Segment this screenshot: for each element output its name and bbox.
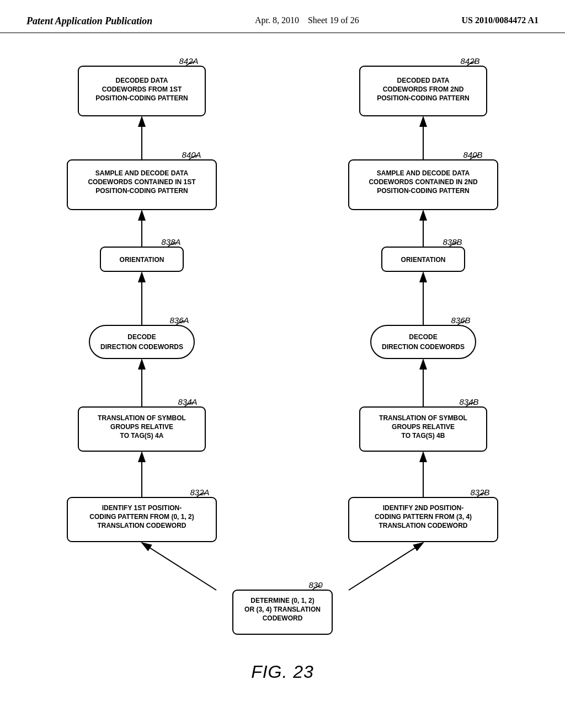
svg-rect-17 — [89, 325, 194, 358]
svg-text:GROUPS RELATIVE: GROUPS RELATIVE — [110, 423, 173, 431]
svg-text:OR (3, 4) TRANSLATION: OR (3, 4) TRANSLATION — [244, 606, 321, 613]
svg-text:842B: 842B — [460, 56, 479, 66]
svg-text:832A: 832A — [190, 488, 209, 497]
patent-number: US 2010/0084472 A1 — [461, 15, 539, 25]
svg-text:POSITION-CODING PATTERN: POSITION-CODING PATTERN — [95, 187, 188, 195]
svg-text:GROUPS RELATIVE: GROUPS RELATIVE — [392, 423, 455, 431]
diagram-area: DECODED DATA CODEWORDS FROM 1ST POSITION… — [0, 33, 565, 715]
svg-text:DECODE: DECODE — [409, 333, 437, 341]
figure-label: FIG. 23 — [33, 662, 532, 682]
page-header: Patent Application Publication Apr. 8, 2… — [0, 0, 565, 33]
svg-text:TO TAG(S) 4A: TO TAG(S) 4A — [120, 432, 164, 440]
publication-date: Apr. 8, 2010 — [255, 15, 299, 25]
svg-text:ORIENTATION: ORIENTATION — [120, 256, 164, 264]
svg-text:DECODE: DECODE — [127, 333, 156, 341]
svg-text:TO TAG(S) 4B: TO TAG(S) 4B — [402, 432, 445, 440]
svg-text:DECODED DATA: DECODED DATA — [397, 77, 450, 84]
svg-text:DIRECTION CODEWORDS: DIRECTION CODEWORDS — [100, 343, 183, 351]
svg-text:834A: 834A — [178, 397, 197, 406]
header-date-sheet: Apr. 8, 2010 Sheet 19 of 26 — [255, 15, 359, 25]
flowchart-svg: DECODED DATA CODEWORDS FROM 1ST POSITION… — [45, 50, 520, 656]
svg-text:TRANSLATION OF SYMBOL: TRANSLATION OF SYMBOL — [98, 414, 186, 422]
svg-text:TRANSLATION OF SYMBOL: TRANSLATION OF SYMBOL — [379, 414, 467, 422]
svg-text:DETERMINE (0, 1, 2): DETERMINE (0, 1, 2) — [250, 597, 314, 604]
sheet-number: Sheet 19 of 26 — [308, 15, 359, 25]
svg-text:832B: 832B — [470, 488, 489, 497]
svg-text:836B: 836B — [451, 315, 470, 325]
svg-text:POSITION-CODING PATTERN: POSITION-CODING PATTERN — [95, 94, 188, 102]
svg-text:SAMPLE AND DECODE DATA: SAMPLE AND DECODE DATA — [95, 169, 189, 177]
svg-text:CODEWORDS CONTAINED IN 1ST: CODEWORDS CONTAINED IN 1ST — [88, 178, 196, 186]
svg-text:CODEWORDS FROM 2ND: CODEWORDS FROM 2ND — [383, 85, 464, 93]
svg-text:DIRECTION CODEWORDS: DIRECTION CODEWORDS — [382, 343, 465, 351]
svg-text:838A: 838A — [161, 237, 180, 247]
svg-text:CODING PATTERN FROM (3, 4): CODING PATTERN FROM (3, 4) — [375, 513, 472, 521]
svg-text:CODING PATTERN FROM (0, 1, 2): CODING PATTERN FROM (0, 1, 2) — [89, 513, 194, 521]
svg-text:POSITION-CODING PATTERN: POSITION-CODING PATTERN — [377, 94, 470, 102]
svg-text:SAMPLE AND DECODE DATA: SAMPLE AND DECODE DATA — [377, 169, 470, 177]
svg-text:TRANSLATION CODEWORD: TRANSLATION CODEWORD — [97, 522, 186, 529]
svg-text:TRANSLATION CODEWORD: TRANSLATION CODEWORD — [379, 522, 467, 529]
svg-text:838B: 838B — [443, 237, 462, 247]
svg-rect-50 — [371, 325, 476, 358]
svg-text:834B: 834B — [459, 397, 478, 406]
svg-text:840B: 840B — [463, 150, 482, 159]
svg-text:DECODED DATA: DECODED DATA — [116, 77, 168, 84]
svg-line-33 — [142, 543, 216, 590]
svg-text:CODEWORD: CODEWORD — [263, 614, 303, 622]
svg-text:IDENTIFY 2ND POSITION-: IDENTIFY 2ND POSITION- — [383, 504, 463, 512]
svg-line-66 — [349, 543, 423, 590]
publication-title: Patent Application Publication — [26, 15, 152, 27]
svg-text:CODEWORDS CONTAINED IN 2ND: CODEWORDS CONTAINED IN 2ND — [369, 178, 477, 186]
svg-text:CODEWORDS FROM 1ST: CODEWORDS FROM 1ST — [102, 85, 182, 93]
svg-text:POSITION-CODING PATTERN: POSITION-CODING PATTERN — [377, 187, 470, 195]
svg-text:IDENTIFY 1ST POSITION-: IDENTIFY 1ST POSITION- — [102, 504, 182, 512]
svg-text:830: 830 — [308, 580, 323, 590]
svg-text:ORIENTATION: ORIENTATION — [401, 256, 446, 264]
svg-text:836A: 836A — [169, 315, 189, 325]
